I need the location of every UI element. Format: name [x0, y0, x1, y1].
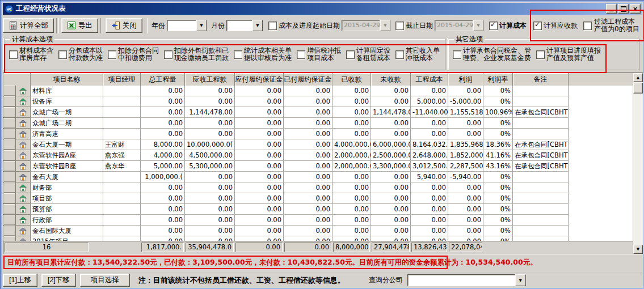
month-select[interactable]: ▼	[226, 20, 263, 31]
move-down-button[interactable]: [2]下移	[41, 274, 76, 287]
filter-zero-checkbox[interactable]	[583, 22, 592, 30]
calc-receivable-checkbox[interactable]	[533, 22, 542, 30]
total-value-6: 13,826,432.	[411, 243, 447, 252]
scroll-down-icon[interactable]: ▼	[633, 245, 643, 254]
row-selector[interactable]	[3, 161, 16, 172]
cell: 0.00	[185, 193, 235, 204]
scroll-up-icon[interactable]: ▲	[633, 73, 643, 82]
column-header-4[interactable]: 应付履约保证金	[235, 73, 284, 86]
calc-all-button[interactable]: 计算全部	[3, 18, 54, 33]
end-date-checkbox[interactable]	[395, 22, 404, 30]
row-selector[interactable]	[3, 182, 16, 193]
row-selector[interactable]	[3, 193, 16, 204]
cell: 0.00	[235, 193, 284, 204]
row-selector[interactable]	[3, 107, 16, 118]
table-row[interactable]: 设备库0.000.000.000.000.000.005,000.00-5,00…	[3, 96, 633, 107]
column-header-9[interactable]: 利润	[448, 73, 483, 86]
cell	[103, 215, 141, 226]
table-row[interactable]: 金石大厦一期王富财8,000.0010,000,000.0(0.000.004,…	[3, 139, 633, 150]
row-selector[interactable]	[3, 226, 16, 236]
chevron-down-icon[interactable]: ▼	[196, 20, 207, 31]
column-header-8[interactable]: 工程成本	[411, 73, 448, 86]
calc-cost-checkbox[interactable]	[489, 22, 498, 30]
cost-option-checkbox-5[interactable]	[297, 50, 305, 59]
column-header-3[interactable]: 应收工程款	[185, 73, 235, 86]
row-selector[interactable]	[3, 129, 16, 139]
column-header-10[interactable]: 利润率	[483, 73, 513, 86]
table-row[interactable]: 行政部0.000.000.000.000.000.000.000.000%	[3, 215, 633, 226]
cell: 0.00	[185, 118, 235, 129]
table-row[interactable]: 材料库0.000.000.000.000.000.000.000.000%	[3, 86, 633, 96]
branch-select[interactable]: ▼	[407, 274, 526, 286]
table-row[interactable]: 众城广场一期0.001,144,478.000.000.000.001,144,…	[3, 107, 633, 118]
start-date-picker[interactable]: 2015-04-29 ▼	[342, 20, 390, 31]
cost-option-label-3: 扣除外包罚款和已 现金缴纳员工罚款	[174, 47, 229, 62]
row-selector[interactable]	[3, 150, 16, 161]
cost-option-checkbox-6[interactable]	[346, 50, 355, 59]
column-header-7[interactable]: 未收款	[371, 73, 411, 86]
maximize-icon	[621, 6, 626, 12]
total-value-2: 0.00	[235, 243, 283, 252]
cell: 0.00	[332, 193, 371, 204]
row-selector[interactable]	[3, 139, 16, 150]
cost-option-checkbox-7[interactable]	[395, 50, 404, 59]
table-row[interactable]: 东营软件园A座燕东强4,000.004,500,000.000.000.002,…	[3, 150, 633, 161]
month-value	[226, 20, 252, 31]
row-selector[interactable]	[3, 96, 16, 107]
column-header-11[interactable]: 备注	[513, 73, 569, 86]
close-button[interactable]: ×	[630, 4, 641, 14]
chevron-down-icon[interactable]: ▼	[515, 274, 526, 286]
year-label: 年份	[151, 21, 165, 31]
cost-options-group: 计算成本选项 材料成本含 库房库存分包成本以 付款数为准扣除分包合同 中扣缴费用…	[4, 39, 445, 70]
row-selector[interactable]	[3, 118, 16, 129]
table-row[interactable]: 金石国际大厦0.000.000.000.000.000.000.000.000%	[3, 226, 633, 236]
column-header-0[interactable]: 项目名称	[31, 73, 103, 86]
table-row[interactable]: 财务部0.000.000.000.000.000.000.000.000%	[3, 182, 633, 193]
export-button[interactable]: 导出	[61, 18, 98, 33]
cost-option-checkbox-1[interactable]	[58, 50, 67, 59]
chevron-down-icon[interactable]: ▼	[252, 20, 263, 31]
column-header-6[interactable]: 已收款	[332, 73, 371, 86]
close-form-button[interactable]: 关闭	[106, 18, 142, 33]
table-row[interactable]: 众城广场二期0.000.000.000.000.000.000.000.000%	[3, 118, 633, 129]
scrollbar-thumb[interactable]	[633, 83, 643, 94]
cell: 0.00	[284, 193, 332, 204]
end-date-picker[interactable]: 2015-04-29 ▼	[435, 20, 483, 31]
row-selector[interactable]	[3, 172, 16, 182]
project-select-button[interactable]: 项目选择	[80, 274, 130, 287]
cost-option-checkbox-3[interactable]	[164, 50, 172, 59]
row-selector[interactable]	[3, 215, 16, 226]
other-option-checkbox-1[interactable]	[536, 50, 545, 59]
grid-totals-row: 161,817,000.35,904,478.00.000.008,000,00…	[3, 241, 633, 254]
maximize-button[interactable]	[618, 4, 629, 14]
column-header-5[interactable]: 已付履约保证金	[284, 73, 332, 86]
cell	[513, 96, 569, 107]
chevron-down-icon: ▼	[380, 20, 390, 31]
minimize-button[interactable]	[606, 4, 617, 14]
table-row[interactable]: 金石大厦1,000,000.(0.000.000.000.000.005,940…	[3, 172, 633, 182]
cost-option-checkbox-4[interactable]	[234, 50, 242, 59]
cell: 0.00	[371, 215, 411, 226]
table-row[interactable]: 东营软件园B座燕东华5,000.005,300,000.000.000.002,…	[3, 161, 633, 172]
column-header-1[interactable]: 项目经理	[103, 73, 141, 86]
table-row[interactable]: 预算部0.000.000.000.000.000.000.000.000%	[3, 204, 633, 215]
exit-door-icon	[111, 21, 120, 30]
dept-house-icon	[16, 96, 31, 107]
cell: 0.00	[235, 161, 284, 172]
cost-option-checkbox-2[interactable]	[108, 50, 116, 59]
vertical-scrollbar[interactable]: ▲ ▼	[633, 73, 643, 254]
cell: 10,000,000.0(	[185, 139, 235, 150]
cell	[513, 129, 569, 139]
year-select[interactable]: ▼	[167, 20, 207, 31]
row-selector[interactable]	[3, 86, 16, 96]
table-row[interactable]: 项目部0.000.000.000.000.000.000.000.000%	[3, 193, 633, 204]
other-option-checkbox-0[interactable]	[453, 50, 461, 59]
row-selector[interactable]	[3, 204, 16, 215]
move-up-button[interactable]: [1]上移	[3, 274, 37, 287]
close-form-label: 关闭	[123, 21, 137, 31]
start-date-checkbox[interactable]	[268, 22, 277, 30]
cost-option-checkbox-0[interactable]	[9, 50, 18, 59]
column-header-2[interactable]: 总工程量	[141, 73, 185, 86]
table-row[interactable]: 济青高速0.000.000.000.000.000.000.000.000%	[3, 129, 633, 139]
cell: 0.00	[411, 226, 448, 236]
